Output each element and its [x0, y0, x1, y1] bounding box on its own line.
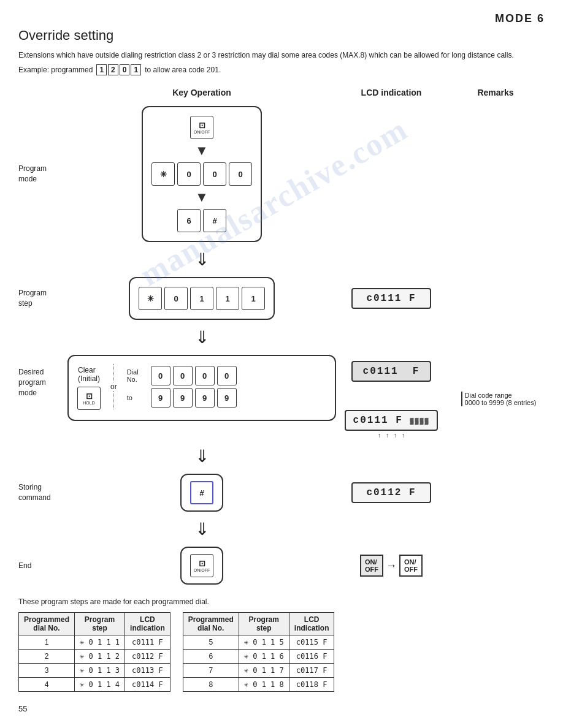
desired-mode-key-group: Clear(Initial) ⊡ HOLD or	[67, 355, 336, 421]
td-dial-5: 5	[183, 635, 239, 650]
dial-key-9-d[interactable]: 9	[217, 388, 237, 408]
example-key-3: 0	[120, 64, 130, 75]
key-1-ps-b[interactable]: 1	[216, 287, 239, 310]
remarks-dial-range: Dial code range0000 to 9999 (8 entries)	[461, 392, 537, 406]
arrow-row-3: ⇓	[18, 446, 545, 466]
td-dial-4: 4	[19, 678, 75, 692]
key-0-c[interactable]: 0	[229, 162, 252, 186]
table-row: 6 ✳ 0 1 1 6 c0116 F	[183, 650, 334, 664]
or-divider: or	[107, 362, 121, 411]
th-program-step-right: Programstep	[239, 613, 289, 635]
td-lcd-6: c0116 F	[289, 650, 334, 664]
table-left-header: Programmeddial No. Programstep LCDindica…	[19, 613, 170, 635]
td-lcd-3: c0113 F	[125, 664, 170, 678]
step-program-step: Programstep ✳ 0 1 1	[18, 277, 545, 320]
table-row: 7 ✳ 0 1 1 7 c0117 F	[183, 664, 334, 678]
step-program-mode: Programmode ⊡ ON/OFF ▼ ✳	[18, 106, 545, 242]
hash-key-storing[interactable]: #	[190, 481, 213, 504]
example-key-2: 2	[108, 64, 118, 75]
lcd-clear: c0111 F	[351, 361, 431, 382]
onoff-lcd-before: ON/OFF	[360, 555, 383, 577]
key-1-ps-c[interactable]: 1	[242, 287, 265, 310]
page-number: 55	[18, 704, 545, 713]
th-program-step-left: Programstep	[75, 613, 125, 635]
lcd-dial: c0111 F ▓▓▓▓	[345, 410, 439, 431]
star-key-2[interactable]: ✳	[139, 287, 162, 310]
lcd-program-step: c0111 F	[351, 288, 431, 309]
step-label-desired-mode: Desiredprogrammode	[18, 367, 67, 398]
table-row: 3 ✳ 0 1 1 3 c0113 F	[19, 664, 170, 678]
step-label-storing-command: Storingcommand	[18, 482, 67, 503]
step-end: End ⊡ ON/OFF ON/OFF → ON/OFF	[18, 547, 545, 585]
key-row-star-0-1-1-1: ✳ 0 1 1 1	[139, 287, 265, 310]
onoff-key[interactable]: ⊡ ON/OFF	[190, 116, 213, 139]
lcd-indication-header: LCD indication	[361, 88, 422, 97]
dial-key-9-c[interactable]: 9	[195, 388, 215, 408]
key-1-ps-a[interactable]: 1	[190, 287, 213, 310]
td-step-1: ✳ 0 1 1 1	[75, 635, 125, 650]
onoff-key-end[interactable]: ⊡ ON/OFF	[190, 554, 213, 577]
step-label-end: End	[18, 561, 67, 571]
td-step-7: ✳ 0 1 1 7	[239, 664, 289, 678]
key-row-star-0-0-0: ✳ 0 0 0	[151, 162, 252, 186]
example-suffix: to allow area code 201.	[145, 66, 221, 74]
dial-key-0-c[interactable]: 0	[195, 366, 215, 385]
hold-key[interactable]: ⊡ HOLD	[77, 387, 101, 410]
key-0-a[interactable]: 0	[177, 162, 201, 186]
step-storing-command: Storingcommand # c0112 F	[18, 474, 545, 512]
td-lcd-1: c0111 F	[125, 635, 170, 650]
td-dial-7: 7	[183, 664, 239, 678]
td-step-4: ✳ 0 1 1 4	[75, 678, 125, 692]
mode-label: MODE 6	[495, 12, 545, 25]
key-0-ps[interactable]: 0	[164, 287, 188, 310]
table-row: 4 ✳ 0 1 1 4 c0114 F	[19, 678, 170, 692]
arrow-2: ▼	[151, 189, 252, 205]
bar-arrow-4: ↑	[402, 432, 405, 439]
key-0-b[interactable]: 0	[203, 162, 226, 186]
dotted-line-top	[113, 364, 114, 382]
arrow-row-1: ⇓	[18, 249, 545, 270]
dial-key-0-b[interactable]: 0	[173, 366, 193, 385]
td-lcd-2: c0112 F	[125, 650, 170, 664]
table-right: Programmeddial No. Programstep LCDindica…	[183, 612, 335, 692]
step-key-end: ⊡ ON/OFF	[67, 547, 336, 585]
arrow-row-4: ⇓	[18, 519, 545, 539]
step-lcd-end: ON/OFF → ON/OFF	[336, 555, 446, 577]
onoff-lcd-after: ON/OFF	[399, 555, 423, 577]
table-row: 1 ✳ 0 1 1 1 c0111 F	[19, 635, 170, 650]
key-row-onoff: ⊡ ON/OFF	[151, 116, 252, 139]
table-row: 5 ✳ 0 1 1 5 c0115 F	[183, 635, 334, 650]
lcd-dial-group: c0111 F ▓▓▓▓ ↑ ↑ ↑ ↑	[345, 410, 439, 439]
dial-key-9-a[interactable]: 9	[151, 388, 170, 408]
diagram-container: Programmode ⊡ ON/OFF ▼ ✳	[18, 102, 545, 588]
lcd-storing: c0112 F	[351, 482, 431, 503]
td-dial-6: 6	[183, 650, 239, 664]
storing-key-group: #	[180, 474, 223, 512]
or-text: or	[107, 382, 121, 391]
table-row: 2 ✳ 0 1 1 2 c0112 F	[19, 650, 170, 664]
dial-key-9-b[interactable]: 9	[173, 388, 193, 408]
dial-section: DialNo. 0 0 0 0 to 9 9 9 9	[127, 362, 237, 411]
table-row: 8 ✳ 0 1 1 8 c0118 F	[183, 678, 334, 692]
td-dial-3: 3	[19, 664, 75, 678]
step-lcd-storing: c0112 F	[336, 482, 446, 503]
example-line: Example: programmed 1 2 0 1 to allow are…	[18, 64, 545, 75]
footer-note: These program steps are made for each pr…	[18, 597, 545, 606]
key-6[interactable]: 6	[177, 209, 201, 232]
hash-key-1[interactable]: #	[203, 209, 226, 232]
star-key-1[interactable]: ✳	[151, 162, 175, 186]
td-step-3: ✳ 0 1 1 3	[75, 664, 125, 678]
clear-section: Clear(Initial) ⊡ HOLD	[77, 362, 101, 414]
bar-arrow-3: ↑	[394, 432, 397, 439]
table-left: Programmeddial No. Programstep LCDindica…	[18, 612, 170, 692]
step-label-program-step: Programstep	[18, 288, 67, 309]
page-title: Override setting	[18, 28, 545, 44]
dial-key-0-d[interactable]: 0	[217, 366, 237, 385]
td-dial-1: 1	[19, 635, 75, 650]
column-headers: Key Operation LCD indication Remarks	[18, 88, 545, 97]
th-dial-no-right: Programmeddial No.	[183, 613, 239, 635]
dial-key-0-a[interactable]: 0	[151, 366, 170, 385]
program-step-key-group: ✳ 0 1 1 1	[129, 277, 275, 320]
th-lcd-left: LCDindication	[125, 613, 170, 635]
step-key-storing: #	[67, 474, 336, 512]
